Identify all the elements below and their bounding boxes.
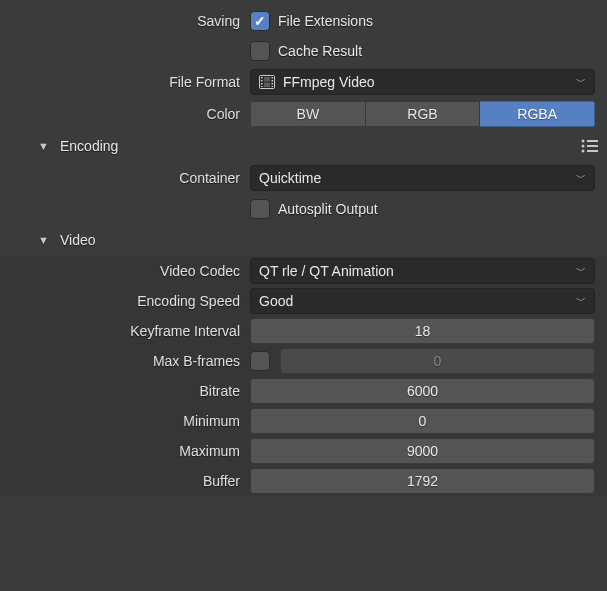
color-rgba-button[interactable]: RGBA — [480, 101, 595, 127]
svg-rect-7 — [272, 83, 274, 85]
maximum-field[interactable]: 9000 — [250, 438, 595, 464]
svg-rect-1 — [261, 77, 263, 79]
video-file-icon — [259, 75, 275, 89]
encoding-title: Encoding — [60, 138, 118, 154]
max-bframes-field[interactable]: 0 — [280, 348, 595, 374]
color-mode-group: BW RGB RGBA — [250, 101, 595, 127]
color-rgb-button[interactable]: RGB — [366, 101, 481, 127]
saving-label: Saving — [0, 13, 250, 29]
svg-rect-16 — [587, 150, 598, 152]
keyframe-interval-label: Keyframe Interval — [0, 323, 250, 339]
svg-rect-5 — [272, 77, 274, 79]
keyframe-interval-field[interactable]: 18 — [250, 318, 595, 344]
minimum-label: Minimum — [0, 413, 250, 429]
bitrate-field[interactable]: 6000 — [250, 378, 595, 404]
buffer-label: Buffer — [0, 473, 250, 489]
maximum-label: Maximum — [0, 443, 250, 459]
chevron-down-icon: ﹀ — [576, 294, 586, 308]
svg-rect-12 — [587, 140, 598, 142]
bitrate-label: Bitrate — [0, 383, 250, 399]
container-value: Quicktime — [259, 170, 321, 186]
svg-point-13 — [582, 145, 585, 148]
svg-rect-8 — [272, 86, 274, 87]
video-title: Video — [60, 232, 96, 248]
preset-list-icon[interactable] — [581, 139, 599, 153]
svg-rect-3 — [261, 83, 263, 85]
file-extensions-label: File Extensions — [278, 13, 373, 29]
svg-rect-2 — [261, 80, 263, 82]
container-label: Container — [0, 170, 250, 186]
video-section-header[interactable]: ▼ Video — [0, 224, 607, 256]
encoding-speed-label: Encoding Speed — [0, 293, 250, 309]
file-format-select[interactable]: FFmpeg Video ﹀ — [250, 69, 595, 95]
svg-rect-10 — [264, 83, 270, 88]
chevron-down-icon: ▼ — [38, 140, 49, 152]
video-codec-select[interactable]: QT rle / QT Animation ﹀ — [250, 258, 595, 284]
cache-result-label: Cache Result — [278, 43, 362, 59]
max-bframes-checkbox[interactable] — [250, 351, 270, 371]
cache-result-checkbox[interactable] — [250, 41, 270, 61]
svg-rect-4 — [261, 86, 263, 87]
chevron-down-icon: ▼ — [38, 234, 49, 246]
svg-rect-14 — [587, 145, 598, 147]
svg-rect-9 — [264, 77, 270, 82]
chevron-down-icon: ﹀ — [576, 171, 586, 185]
container-select[interactable]: Quicktime ﹀ — [250, 165, 595, 191]
file-format-value: FFmpeg Video — [283, 74, 375, 90]
file-format-label: File Format — [0, 74, 250, 90]
minimum-field[interactable]: 0 — [250, 408, 595, 434]
autosplit-label: Autosplit Output — [278, 201, 378, 217]
color-bw-button[interactable]: BW — [250, 101, 366, 127]
svg-point-11 — [582, 140, 585, 143]
buffer-field[interactable]: 1792 — [250, 468, 595, 494]
encoding-speed-value: Good — [259, 293, 293, 309]
video-codec-label: Video Codec — [0, 263, 250, 279]
color-label: Color — [0, 106, 250, 122]
autosplit-checkbox[interactable] — [250, 199, 270, 219]
file-extensions-checkbox[interactable] — [250, 11, 270, 31]
max-bframes-label: Max B-frames — [0, 353, 250, 369]
encoding-speed-select[interactable]: Good ﹀ — [250, 288, 595, 314]
video-codec-value: QT rle / QT Animation — [259, 263, 394, 279]
svg-rect-6 — [272, 80, 274, 82]
encoding-section-header[interactable]: ▼ Encoding — [0, 130, 607, 162]
chevron-down-icon: ﹀ — [576, 264, 586, 278]
svg-point-15 — [582, 150, 585, 153]
chevron-down-icon: ﹀ — [576, 75, 586, 89]
